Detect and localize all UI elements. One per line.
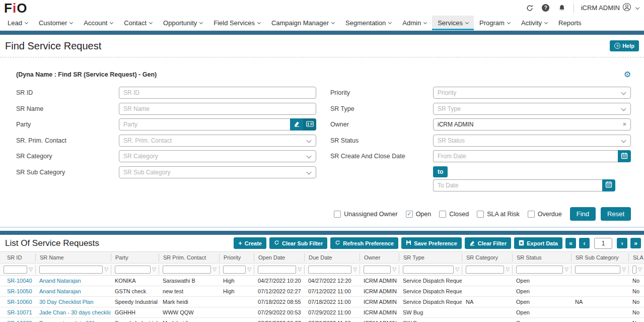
nav-item-services[interactable]: Services [432, 16, 474, 30]
sr-category-select[interactable]: SR Category [119, 150, 316, 162]
next-page-button[interactable]: › [617, 238, 627, 248]
column-filter-input[interactable] [308, 266, 351, 274]
reset-button[interactable]: Reset [601, 207, 631, 221]
nav-item-field-services[interactable]: Field Services [208, 16, 266, 30]
cell-link[interactable]: SR-10060 [0, 299, 35, 305]
funnel-icon[interactable]: ▽ [247, 267, 251, 272]
funnel-icon[interactable]: ▽ [298, 267, 302, 272]
funnel-icon[interactable]: ▽ [353, 267, 357, 272]
party-lookup-button[interactable] [303, 118, 316, 131]
save-preference-button[interactable]: Save Preference [401, 237, 462, 249]
sr-status-select[interactable]: SR Status [433, 135, 631, 147]
funnel-icon[interactable]: ▽ [152, 267, 156, 272]
sr-type-select[interactable]: SR Type [433, 103, 631, 115]
nav-item-account[interactable]: Account [78, 16, 118, 30]
clear-owner-icon[interactable]: × [622, 120, 626, 128]
nav-item-opportunity[interactable]: Opportunity [158, 16, 208, 30]
checkbox-box[interactable]: ✓ [406, 211, 413, 218]
column-header-open-date[interactable]: Open Date [254, 253, 304, 262]
column-filter-input[interactable] [39, 266, 103, 274]
column-filter-input[interactable] [4, 266, 27, 274]
column-filter-input[interactable] [364, 266, 391, 274]
column-header-sr-category[interactable]: SR Category [462, 253, 512, 262]
column-filter-input[interactable] [223, 266, 246, 274]
cell-link[interactable]: Anand Natarajan [35, 288, 111, 294]
nav-item-reports[interactable]: Reports [553, 16, 587, 30]
cell-link[interactable]: Anand Natarajan [35, 278, 111, 284]
funnel-icon[interactable]: ▽ [392, 267, 396, 272]
help-icon[interactable]: ? [541, 4, 550, 13]
column-filter-input[interactable] [403, 266, 454, 274]
party-input[interactable] [119, 118, 316, 131]
checkbox-box[interactable] [439, 211, 446, 218]
gear-icon[interactable]: ⚙ [624, 71, 631, 79]
column-filter-input[interactable] [466, 266, 504, 274]
nav-item-segmentation[interactable]: Segmentation [340, 16, 397, 30]
checkbox-sla-at-risk[interactable]: SLA at Risk [477, 211, 520, 218]
column-header-sr-sub-category[interactable]: SR Sub Category [571, 253, 628, 262]
funnel-icon[interactable]: ▽ [104, 267, 108, 272]
checkbox-overdue[interactable]: Overdue [528, 211, 562, 218]
export-data-button[interactable]: Export Data [514, 237, 562, 249]
from-date-calendar-button[interactable] [618, 150, 631, 162]
funnel-icon[interactable]: ▽ [212, 267, 217, 272]
nav-item-customer[interactable]: Customer [33, 16, 78, 30]
last-page-button[interactable]: » [630, 238, 641, 248]
from-date-input[interactable] [433, 150, 618, 162]
sr-prim-contact-select[interactable]: SR. Prim. Contact [119, 135, 316, 147]
column-header-sr-id[interactable]: SR ID [0, 253, 35, 262]
priority-select[interactable]: Priority [433, 87, 631, 99]
owner-input[interactable] [433, 118, 631, 131]
first-page-button[interactable]: « [565, 238, 576, 248]
column-header-sr-name[interactable]: SR Name [35, 253, 111, 262]
cell-link[interactable]: SR-10078 [0, 320, 35, 322]
checkbox-box[interactable] [334, 211, 341, 218]
clear-filter-button[interactable]: Clear Filter [465, 237, 511, 249]
funnel-icon[interactable]: ▽ [455, 267, 459, 272]
refresh-preference-button[interactable]: Refresh Preference [330, 237, 398, 249]
prev-page-button[interactable]: ‹ [579, 238, 590, 248]
nav-item-admin[interactable]: Admin [397, 16, 432, 30]
to-date-input[interactable] [433, 179, 602, 191]
column-header-priority[interactable]: Priority [219, 253, 254, 262]
nav-item-program[interactable]: Program [474, 16, 516, 30]
sr-name-input[interactable] [119, 103, 316, 115]
create-button[interactable]: +Create [234, 237, 266, 249]
help-button[interactable]: ? Help [610, 40, 639, 51]
page-number-input[interactable] [594, 238, 612, 249]
nav-item-activity[interactable]: Activity [516, 16, 553, 30]
funnel-icon[interactable]: ▽ [29, 267, 33, 272]
cell-link[interactable]: Progress template 001 [35, 320, 111, 322]
funnel-icon[interactable]: ▽ [638, 267, 642, 272]
cell-link[interactable]: SR-10071 [0, 309, 35, 315]
column-header-due-date[interactable]: Due Date [304, 253, 360, 262]
sr-id-input[interactable] [119, 87, 316, 99]
nav-item-contact[interactable]: Contact [118, 16, 158, 30]
column-header-sla[interactable]: SLA [628, 253, 644, 262]
cell-link[interactable]: 30 Day Checklist Plan [35, 299, 111, 305]
clear-sub-filter-button[interactable]: Clear Sub Filter [269, 237, 327, 249]
checkbox-box[interactable] [528, 211, 535, 218]
user-menu[interactable]: iCRM ADMIN [581, 3, 639, 13]
column-header-sr-prim-contact[interactable]: SR Prim. Contact [159, 253, 219, 262]
cell-link[interactable]: SR-10040 [0, 278, 35, 284]
checkbox-open[interactable]: ✓Open [406, 211, 432, 218]
column-filter-input[interactable] [575, 266, 620, 274]
column-header-sr-status[interactable]: SR Status [512, 253, 571, 262]
sr-sub-category-select[interactable]: SR Sub Category [119, 166, 316, 178]
column-header-sr-type[interactable]: SR Type [399, 253, 462, 262]
funnel-icon[interactable]: ▽ [506, 267, 510, 272]
funnel-icon[interactable]: ▽ [622, 267, 626, 272]
column-filter-input[interactable] [115, 266, 151, 274]
nav-item-campaign-manager[interactable]: Campaign Manager [266, 16, 340, 30]
column-filter-input[interactable] [632, 266, 636, 274]
column-filter-input[interactable] [516, 266, 563, 274]
checkbox-closed[interactable]: Closed [439, 211, 469, 218]
checkbox-box[interactable] [477, 211, 484, 218]
funnel-icon[interactable]: ▽ [564, 267, 568, 272]
to-date-calendar-button[interactable] [602, 179, 615, 191]
refresh-icon[interactable] [525, 4, 534, 13]
find-button[interactable]: Find [570, 207, 596, 221]
column-filter-input[interactable] [258, 266, 296, 274]
notification-bell-icon[interactable] [557, 4, 566, 13]
